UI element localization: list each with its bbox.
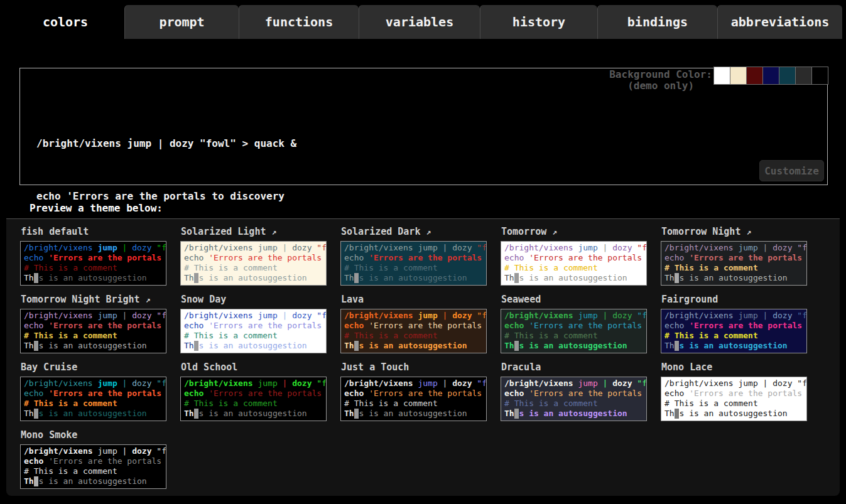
tab-history[interactable]: history	[480, 5, 597, 39]
theme-preview-box[interactable]: /bright/vixens jump | dozy "fowl" > quac…	[180, 309, 327, 353]
external-link-icon[interactable]: ↗	[146, 295, 151, 304]
sample-token: /bright/vixens	[184, 311, 253, 320]
preview-line-command: /bright/vixens jump | dozy "fowl" > quac…	[664, 243, 803, 253]
theme-preview-box[interactable]: /bright/vixens jump | dozy "fowl" > quac…	[501, 241, 647, 286]
sample-token: "fowl" > quack &	[156, 446, 166, 456]
sample-token: Th	[344, 341, 354, 350]
external-link-icon[interactable]: ↗	[552, 227, 557, 237]
sample-token: /bright/vixens	[504, 243, 573, 252]
background-swatch-dark-teal[interactable]	[779, 67, 796, 85]
preview-line-autosuggestion: This is an autosuggestion	[24, 409, 163, 419]
background-swatch-dark-red[interactable]	[746, 67, 763, 85]
sample-token: /bright/vixens	[344, 378, 413, 388]
sample-token: Th	[504, 341, 514, 350]
external-link-icon[interactable]: ↗	[746, 227, 751, 237]
theme-preview-box[interactable]: /bright/vixens jump | dozy "fowl" > quac…	[661, 309, 807, 353]
theme-preview-box[interactable]: /bright/vixens jump | dozy "fowl" > quac…	[20, 309, 166, 353]
theme-title: Old School	[181, 362, 340, 375]
tab-bindings[interactable]: bindings	[597, 5, 717, 39]
sample-token: dozy	[132, 446, 151, 456]
preview-line-comment: # This is a comment	[344, 399, 483, 409]
sample-token: echo	[184, 389, 203, 398]
theme-card-fairground: Fairground/bright/vixens jump | dozy "fo…	[661, 289, 821, 357]
sample-token: echo	[24, 389, 43, 398]
theme-preview-box[interactable]: /bright/vixens jump | dozy "fowl" > quac…	[501, 377, 647, 421]
sample-token: # This is a comment	[184, 399, 278, 408]
sample-token: echo	[344, 321, 364, 330]
sample-token	[684, 321, 689, 330]
sample-token: 'Errors are the portals to discovery	[369, 321, 487, 330]
sample-token: echo	[24, 456, 43, 466]
background-swatch-white[interactable]	[713, 67, 730, 85]
theme-title: Solarized Dark↗	[341, 226, 501, 239]
background-swatch-navy[interactable]	[762, 67, 779, 85]
sample-token: "fowl" > quack &	[477, 243, 487, 252]
sample-token: Th	[24, 409, 34, 418]
theme-preview-box[interactable]: /bright/vixens jump | dozy "fowl" > quac…	[661, 377, 807, 421]
sample-token	[117, 378, 122, 388]
sample-token: "fowl" > quack &	[317, 311, 327, 320]
sample-token: # This is a comment	[344, 331, 438, 340]
theme-preview-box[interactable]: /bright/vixens jump | dozy "fowl" > quac…	[661, 241, 807, 286]
theme-preview-box[interactable]: /bright/vixens jump | dozy "fowl" > quac…	[340, 377, 487, 421]
preview-line-command: /bright/vixens jump | dozy "fowl" > quac…	[344, 378, 483, 389]
sample-token: dozy	[292, 311, 312, 320]
customize-button[interactable]: Customize	[759, 160, 824, 181]
background-swatch-cream[interactable]	[730, 67, 747, 85]
theme-card-just-a-touch: Just a Touch/bright/vixens jump | dozy "…	[340, 357, 501, 425]
sample-token	[758, 378, 763, 388]
sample-token: "fowl" > quack &	[156, 311, 166, 320]
theme-preview-box[interactable]: /bright/vixens jump | dozy "fowl" > quac…	[180, 377, 327, 421]
sample-token: jump	[97, 378, 117, 388]
tab-functions[interactable]: functions	[239, 5, 359, 39]
theme-preview-box[interactable]: /bright/vixens jump | dozy "fowl" > quac…	[340, 241, 487, 286]
sample-token: Th	[184, 341, 194, 350]
sample-token	[598, 243, 603, 252]
theme-title: Lava	[341, 294, 501, 307]
sample-token	[598, 378, 603, 388]
preview-line-autosuggestion: This is an autosuggestion	[24, 273, 163, 283]
sample-token: Th	[184, 273, 194, 282]
sample-token: echo	[24, 253, 43, 262]
sample-token: jump	[258, 311, 277, 320]
preview-line-command: /bright/vixens jump | dozy "fowl" > quac…	[504, 378, 643, 389]
background-swatch-black[interactable]	[811, 67, 828, 85]
sample-token: jump	[418, 378, 437, 388]
tab-prompt[interactable]: prompt	[124, 5, 239, 39]
preview-line-command: /bright/vixens jump | dozy "fowl" > quac…	[184, 311, 323, 321]
preview-line-command: /bright/vixens jump | dozy "fowl" > quac…	[344, 243, 483, 253]
preview-line-autosuggestion: This is an autosuggestion	[184, 273, 323, 283]
theme-title: Solarized Light↗	[181, 226, 340, 239]
sample-token: echo	[184, 253, 203, 262]
sample-token	[684, 253, 689, 262]
sample-token	[43, 253, 48, 262]
theme-title: fish default	[21, 226, 180, 239]
theme-title: Just a Touch	[341, 362, 501, 375]
external-link-icon[interactable]: ↗	[426, 227, 431, 237]
theme-preview-box[interactable]: /bright/vixens jump | dozy "fowl" > quac…	[20, 444, 166, 489]
preview-line-comment: # This is a comment	[664, 399, 803, 409]
theme-preview-box[interactable]: /bright/vixens jump | dozy "fowl" > quac…	[180, 241, 327, 286]
background-swatch-charcoal[interactable]	[795, 67, 812, 85]
sample-token: 'Errors are the portals to discovery	[48, 389, 166, 398]
theme-preview-box[interactable]: /bright/vixens jump | dozy "fowl" > quac…	[20, 377, 166, 421]
theme-preview-box[interactable]: /bright/vixens jump | dozy "fowl" > quac…	[340, 309, 487, 353]
preview-line-string: echo 'Errors are the portals to discover…	[184, 389, 323, 399]
preview-line-autosuggestion: This is an autosuggestion	[664, 409, 803, 419]
sample-token: jump	[258, 378, 277, 388]
tab-abbreviations[interactable]: abbreviations	[717, 5, 842, 39]
sample-token	[43, 456, 48, 466]
tab-colors[interactable]: colors	[6, 5, 124, 39]
background-swatch-row	[714, 67, 828, 85]
tab-variables[interactable]: variables	[359, 5, 480, 39]
theme-preview-box[interactable]: /bright/vixens jump | dozy "fowl" > quac…	[20, 241, 166, 286]
sample-token: "fowl" > quack &	[317, 378, 327, 388]
sample-token: # This is a comment	[344, 263, 438, 272]
preview-line-autosuggestion: This is an autosuggestion	[24, 341, 163, 351]
theme-name: Lava	[341, 294, 364, 305]
theme-preview-box[interactable]: /bright/vixens jump | dozy "fowl" > quac…	[501, 309, 647, 353]
external-link-icon[interactable]: ↗	[271, 227, 276, 237]
sample-token	[43, 389, 48, 398]
sample-token: echo	[664, 321, 684, 330]
sample-token: # This is a comment	[184, 263, 278, 272]
